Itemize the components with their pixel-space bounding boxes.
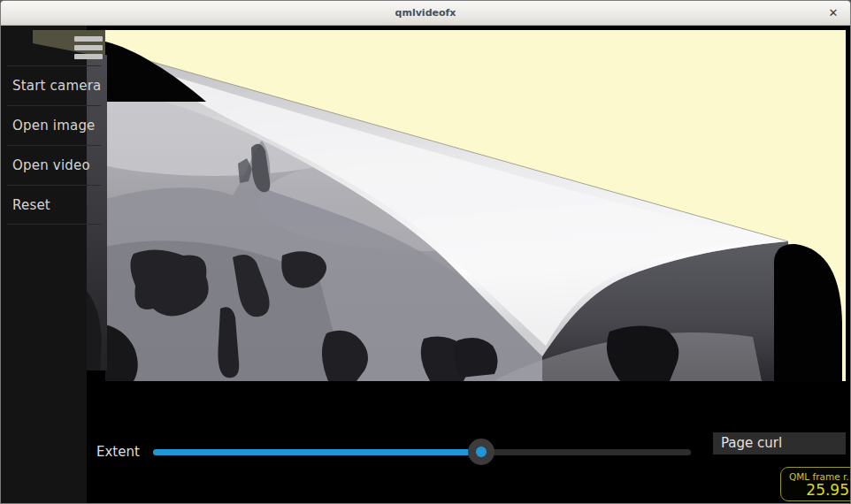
app-window: qmlvideofx ✕ — [0, 0, 851, 504]
sidebar-item-reset[interactable]: Reset — [7, 185, 101, 225]
slider-handle[interactable] — [468, 439, 494, 465]
extent-label: Extent — [96, 444, 140, 460]
sidebar-item-open-image[interactable]: Open image — [7, 105, 101, 145]
slider-fill — [153, 449, 481, 455]
page-curl-effect-button[interactable]: Page curl — [713, 432, 846, 454]
hamburger-icon — [74, 36, 103, 42]
hamburger-menu-button[interactable] — [74, 36, 103, 59]
window-title: qmlvideofx — [1, 1, 850, 25]
window-titlebar[interactable]: qmlvideofx ✕ — [1, 1, 850, 26]
fps-value: 25.95 — [781, 482, 851, 499]
app-content: Start camera Open image Open video Reset… — [1, 26, 851, 504]
fps-overlay: QML frame r... 25.95 — [780, 467, 851, 501]
sidebar-item-start-camera[interactable]: Start camera — [7, 65, 101, 105]
sidebar-item-open-video[interactable]: Open video — [7, 145, 101, 185]
close-icon[interactable]: ✕ — [824, 1, 843, 25]
extent-slider[interactable] — [153, 439, 691, 465]
sidebar-menu: Start camera Open image Open video Reset — [7, 65, 101, 225]
